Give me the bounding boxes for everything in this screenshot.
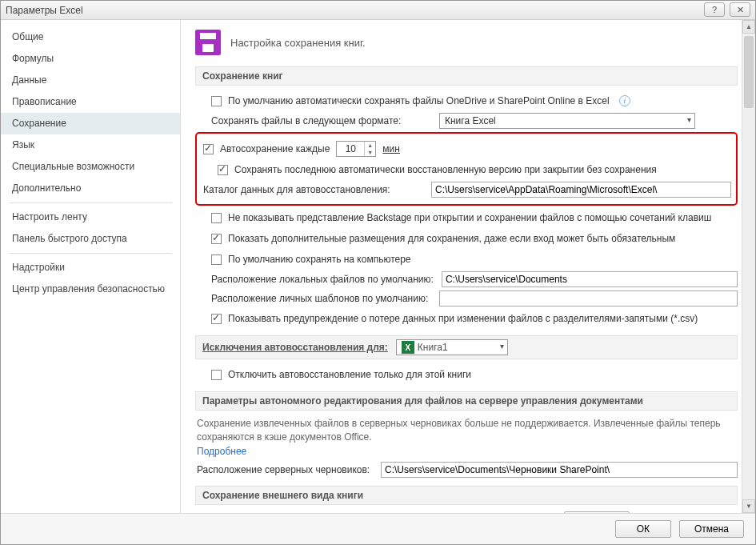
checkbox-show-additional[interactable] xyxy=(211,234,222,244)
spinner-down[interactable]: ▼ xyxy=(365,149,375,156)
sidebar-item-trustcenter[interactable]: Центр управления безопасностью xyxy=(1,279,180,300)
scroll-down[interactable]: ▼ xyxy=(742,499,755,513)
label-show-additional: Показать дополнительные размещения для с… xyxy=(228,233,675,244)
sidebar: Общие Формулы Данные Правописание Сохран… xyxy=(1,20,181,513)
row-disable-for-book: Отключить автовосстановление только для … xyxy=(211,366,738,383)
ok-button[interactable]: ОК xyxy=(615,520,671,538)
scrollbar[interactable]: ▲ ▼ xyxy=(742,20,755,513)
row-csv-warning: Показывать предупреждение о потере данны… xyxy=(211,310,738,327)
input-server-drafts[interactable] xyxy=(381,462,738,478)
section-header-appearance: Сохранение внешнего вида книги xyxy=(195,486,738,505)
sidebar-item-addins[interactable]: Надстройки xyxy=(1,257,180,279)
excel-options-window: Параметры Excel ? ✕ Общие Формулы Данные… xyxy=(0,0,756,545)
sidebar-separator xyxy=(9,253,172,254)
row-keep-last-autosaved: Сохранять последнюю автоматически восста… xyxy=(218,161,731,178)
sidebar-item-formulas[interactable]: Формулы xyxy=(1,48,180,70)
label-personal-templates: Расположение личных шаблонов по умолчани… xyxy=(211,293,431,304)
row-colors: Выберите цвета, которые будут отображать… xyxy=(197,511,738,513)
sidebar-item-language[interactable]: Язык xyxy=(1,134,180,156)
main-panel: Настройка сохранения книг. Сохранение кн… xyxy=(181,20,755,513)
label-save-format: Сохранять файлы в следующем формате: xyxy=(211,115,431,126)
combo-book-value: Книга1 xyxy=(418,342,448,353)
row-show-additional: Показать дополнительные размещения для с… xyxy=(211,230,738,247)
sidebar-item-spelling[interactable]: Правописание xyxy=(1,91,180,113)
row-autosave: Автосохранение каждые 10 ▲ ▼ мин xyxy=(203,140,731,158)
label-local-files: Расположение локальных файлов по умолчан… xyxy=(211,274,434,285)
row-autorecover-catalog: Каталог данных для автовосстановления: xyxy=(203,182,731,198)
title-buttons: ? ✕ xyxy=(704,2,750,17)
row-local-files: Расположение локальных файлов по умолчан… xyxy=(211,271,738,287)
info-icon[interactable]: i xyxy=(619,95,630,106)
colors-button[interactable]: Цвета... xyxy=(564,511,629,513)
label-autosave-post: мин xyxy=(382,143,400,154)
scroll-thumb[interactable] xyxy=(744,36,754,108)
learn-more-link[interactable]: Подробнее xyxy=(197,446,738,457)
input-autorecover-catalog[interactable] xyxy=(431,182,731,198)
page-title: Настройка сохранения книг. xyxy=(230,37,366,49)
row-server-drafts: Расположение серверных черновиков: xyxy=(197,462,738,478)
sidebar-separator xyxy=(9,202,172,203)
row-no-backstage: Не показывать представление Backstage пр… xyxy=(211,209,738,226)
scroll-up[interactable]: ▲ xyxy=(742,20,755,34)
label-server-drafts: Расположение серверных черновиков: xyxy=(197,464,373,475)
label-keep-last-autosaved: Сохранять последнюю автоматически восста… xyxy=(234,164,657,175)
sidebar-item-data[interactable]: Данные xyxy=(1,70,180,91)
sidebar-item-ribbon[interactable]: Настроить ленту xyxy=(1,206,180,228)
page-header: Настройка сохранения книг. xyxy=(195,30,738,55)
spinner-autosave-value: 10 xyxy=(337,143,364,154)
label-csv-warning: Показывать предупреждение о потере данны… xyxy=(228,313,698,324)
row-default-onedrive: По умолчанию автоматически сохранять фай… xyxy=(211,92,738,110)
footer: ОК Отмена xyxy=(1,513,755,544)
label-save-on-computer: По умолчанию сохранять на компьютере xyxy=(228,254,411,265)
close-button[interactable]: ✕ xyxy=(730,2,750,17)
input-local-files[interactable] xyxy=(442,271,738,287)
help-button[interactable]: ? xyxy=(704,2,725,17)
checkbox-disable-for-book[interactable] xyxy=(211,370,222,380)
checkbox-keep-last-autosaved[interactable] xyxy=(218,165,228,175)
checkbox-csv-warning[interactable] xyxy=(211,314,222,324)
offline-desc: Сохранение извлеченных файлов в серверны… xyxy=(197,417,738,444)
label-autorecover-catalog: Каталог данных для автовосстановления: xyxy=(203,184,423,195)
row-personal-templates: Расположение личных шаблонов по умолчани… xyxy=(211,291,738,307)
sidebar-item-accessibility[interactable]: Специальные возможности xyxy=(1,156,180,178)
label-autosave-pre: Автосохранение каждые xyxy=(220,143,330,154)
cancel-button[interactable]: Отмена xyxy=(679,520,744,538)
label-default-onedrive: По умолчанию автоматически сохранять фай… xyxy=(228,95,610,106)
combo-save-format[interactable]: Книга Excel xyxy=(439,113,695,129)
body: Общие Формулы Данные Правописание Сохран… xyxy=(1,20,755,513)
input-personal-templates[interactable] xyxy=(439,291,738,307)
label-disable-for-book: Отключить автовосстановление только для … xyxy=(228,369,471,380)
save-icon xyxy=(195,30,221,55)
spinner-autosave-minutes[interactable]: 10 ▲ ▼ xyxy=(336,141,376,157)
sidebar-item-general[interactable]: Общие xyxy=(1,26,180,48)
checkbox-save-on-computer[interactable] xyxy=(211,254,222,265)
row-save-format: Сохранять файлы в следующем формате: Кни… xyxy=(211,113,738,129)
highlighted-autosave-box: Автосохранение каждые 10 ▲ ▼ мин Сохран xyxy=(195,132,738,206)
excel-book-icon: X xyxy=(402,341,414,354)
titlebar: Параметры Excel ? ✕ xyxy=(1,1,755,20)
label-autorecover-exceptions: Исключения автовосстановления для: xyxy=(202,342,388,353)
sidebar-item-advanced[interactable]: Дополнительно xyxy=(1,178,180,199)
section-header-autorecover-exceptions: Исключения автовосстановления для: X Кни… xyxy=(195,335,738,359)
section-header-save-books: Сохранение книг xyxy=(195,66,738,86)
combo-book-select[interactable]: X Книга1 xyxy=(396,339,508,355)
row-save-on-computer: По умолчанию сохранять на компьютере xyxy=(211,250,738,268)
main-wrap: Настройка сохранения книг. Сохранение кн… xyxy=(181,20,755,513)
checkbox-default-onedrive[interactable] xyxy=(211,96,222,106)
spinner-arrows: ▲ ▼ xyxy=(364,142,375,156)
sidebar-item-save[interactable]: Сохранение xyxy=(1,113,180,134)
window-title: Параметры Excel xyxy=(6,5,83,16)
label-no-backstage: Не показывать представление Backstage пр… xyxy=(228,212,711,223)
spinner-up[interactable]: ▲ xyxy=(365,142,375,149)
combo-save-format-value: Книга Excel xyxy=(445,115,496,126)
section-header-offline-editing: Параметры автономного редактирования для… xyxy=(195,391,738,411)
sidebar-item-qat[interactable]: Панель быстрого доступа xyxy=(1,228,180,250)
checkbox-autosave[interactable] xyxy=(203,144,214,154)
checkbox-no-backstage[interactable] xyxy=(211,213,222,223)
